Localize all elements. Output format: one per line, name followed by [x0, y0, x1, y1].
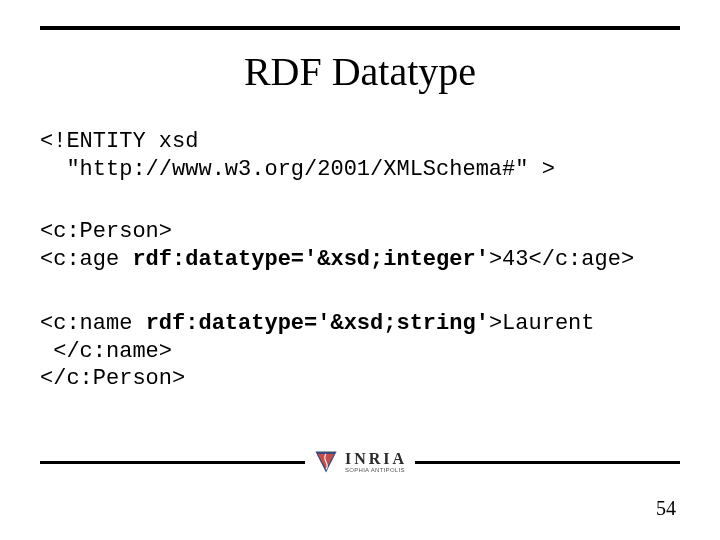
- inria-logo: INRIA SOPHIA ANTIPOLIS: [305, 449, 415, 475]
- code-name-block: <c:name rdf:datatype='&xsd;string'>Laure…: [40, 310, 680, 393]
- page-number: 54: [656, 497, 676, 520]
- page-title: RDF Datatype: [0, 48, 720, 95]
- entity-open: <!ENTITY xsd: [40, 129, 198, 154]
- top-rule: [40, 26, 680, 30]
- name-suffix: >Laurent: [489, 311, 595, 336]
- inria-logo-name: INRIA: [345, 451, 407, 467]
- code-entity-block: <!ENTITY xsd "http://www.w3.org/2001/XML…: [40, 128, 680, 183]
- name-close: </c:name>: [40, 339, 172, 364]
- footer-rule-left: [40, 461, 305, 464]
- age-datatype-attr: rdf:datatype='&xsd;integer': [132, 247, 488, 272]
- inria-logo-icon: [313, 449, 339, 475]
- name-prefix: <c:name: [40, 311, 146, 336]
- footer-rule: INRIA SOPHIA ANTIPOLIS: [40, 444, 680, 480]
- code-person-age-block: <c:Person> <c:age rdf:datatype='&xsd;int…: [40, 218, 680, 273]
- age-suffix: >43</c:age>: [489, 247, 634, 272]
- inria-logo-sub: SOPHIA ANTIPOLIS: [345, 467, 407, 473]
- entity-url: "http://www.w3.org/2001/XMLSchema#" >: [40, 157, 555, 182]
- person-open: <c:Person>: [40, 219, 172, 244]
- footer-rule-right: [415, 461, 680, 464]
- person-close: </c:Person>: [40, 366, 185, 391]
- inria-logo-text: INRIA SOPHIA ANTIPOLIS: [345, 451, 407, 473]
- name-datatype-attr: rdf:datatype='&xsd;string': [146, 311, 489, 336]
- age-prefix: <c:age: [40, 247, 132, 272]
